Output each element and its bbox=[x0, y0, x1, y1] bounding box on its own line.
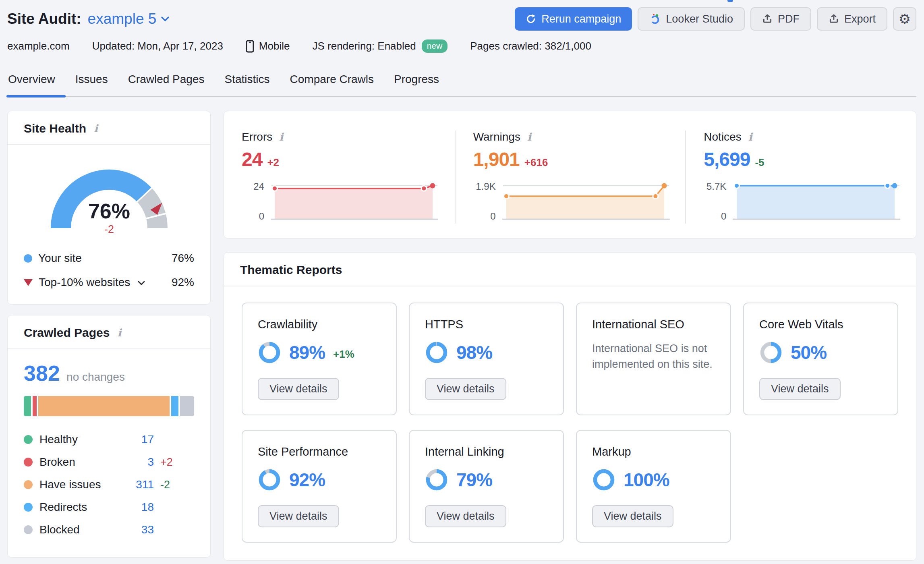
tab-compare-crawls[interactable]: Compare Crawls bbox=[289, 73, 375, 96]
refresh-icon bbox=[526, 14, 536, 24]
bar-segment-redirects bbox=[171, 396, 179, 416]
have-issues-count[interactable]: 311 bbox=[114, 478, 154, 491]
notices-delta: -5 bbox=[755, 156, 764, 169]
thematic-card-https: HTTPS 98% View details bbox=[409, 303, 564, 415]
top10-value: 92% bbox=[172, 276, 194, 289]
core-web-vitals-donut bbox=[759, 341, 783, 364]
thematic-card-crawlability: Crawlability 89% +1% View details bbox=[242, 303, 397, 415]
upload-icon bbox=[829, 14, 839, 24]
info-icon[interactable]: i bbox=[116, 328, 123, 338]
issue-counters-card: Errorsi 24 +2 240 Warningsi 1,901 +616 bbox=[224, 111, 916, 238]
https-donut bbox=[425, 341, 448, 364]
warnings-counter: Warningsi 1,901 +616 1.9K0 bbox=[455, 131, 686, 224]
new-badge: new bbox=[422, 39, 448, 53]
settings-button[interactable]: ⚙ bbox=[893, 7, 916, 31]
crawled-pages-legend: Healthy 17 Broken 3 +2 Have issue bbox=[24, 428, 194, 541]
device-label: Mobile bbox=[246, 40, 290, 53]
international-seo-note: International SEO is not implemented on … bbox=[592, 341, 715, 372]
core-web-vitals-percent: 50% bbox=[791, 342, 827, 363]
project-selector[interactable]: example 5 bbox=[88, 10, 170, 27]
blocked-count[interactable]: 33 bbox=[114, 523, 154, 536]
view-details-button[interactable]: View details bbox=[759, 378, 841, 400]
tab-statistics[interactable]: Statistics bbox=[224, 73, 271, 96]
report-tabs: Overview Issues Crawled Pages Statistics… bbox=[7, 73, 916, 97]
crawled-pages-title: Crawled Pages bbox=[24, 326, 110, 340]
view-details-button[interactable]: View details bbox=[258, 378, 339, 400]
redirects-count[interactable]: 18 bbox=[114, 501, 154, 514]
warnings-sparkline bbox=[501, 181, 671, 224]
export-button[interactable]: Export bbox=[817, 7, 887, 31]
site-performance-percent: 92% bbox=[289, 469, 325, 491]
crawlability-delta: +1% bbox=[333, 348, 354, 361]
thematic-card-markup: Markup 100% View details bbox=[576, 430, 731, 543]
tab-crawled-pages[interactable]: Crawled Pages bbox=[127, 73, 205, 96]
view-details-button[interactable]: View details bbox=[258, 505, 339, 527]
legend-row-top10: Top-10% websites 92% bbox=[24, 276, 194, 289]
redirects-dot-icon bbox=[24, 503, 33, 512]
healthy-dot-icon bbox=[24, 435, 33, 444]
healthy-count[interactable]: 17 bbox=[114, 433, 154, 446]
errors-value[interactable]: 24 bbox=[242, 148, 262, 170]
broken-count[interactable]: 3 bbox=[114, 456, 154, 469]
bar-segment-have-issues bbox=[38, 396, 170, 416]
notices-counter: Noticesi 5,699 -5 5.7K0 bbox=[685, 131, 916, 224]
thematic-reports-title: Thematic Reports bbox=[240, 263, 342, 277]
legend-row-blocked: Blocked 33 bbox=[24, 518, 194, 541]
your-site-value: 76% bbox=[172, 252, 194, 265]
have-issues-dot-icon bbox=[24, 480, 33, 489]
project-name: example 5 bbox=[88, 10, 157, 27]
thematic-card-core-web-vitals: Core Web Vitals 50% View details bbox=[743, 303, 898, 415]
page-title: Site Audit: bbox=[7, 10, 81, 27]
site-health-gauge: 76%-2 bbox=[24, 157, 194, 240]
svg-text:76%: 76% bbox=[88, 199, 130, 223]
svg-text:-2: -2 bbox=[104, 223, 114, 235]
crawled-pages-total[interactable]: 382 bbox=[24, 361, 60, 386]
tab-overview[interactable]: Overview bbox=[7, 73, 56, 96]
bar-segment-blocked bbox=[180, 396, 194, 416]
legend-row-have-issues: Have issues 311 -2 bbox=[24, 473, 194, 496]
markup-percent: 100% bbox=[624, 469, 669, 491]
crawlability-percent: 89% bbox=[289, 342, 325, 363]
errors-counter: Errorsi 24 +2 240 bbox=[224, 131, 455, 224]
site-audit-page: Site Audit: example 5 Rerun campaign Loo… bbox=[0, 0, 924, 561]
notices-sparkline bbox=[732, 181, 901, 224]
site-health-title: Site Health bbox=[24, 122, 86, 135]
thematic-card-internal-linking: Internal Linking 79% View details bbox=[409, 430, 564, 543]
errors-delta: +2 bbox=[267, 156, 279, 169]
page-header: Site Audit: example 5 Rerun campaign Loo… bbox=[7, 0, 916, 31]
notices-value[interactable]: 5,699 bbox=[704, 148, 750, 170]
crawled-pages-change: no changes bbox=[66, 371, 125, 384]
have-issues-delta: -2 bbox=[160, 479, 194, 491]
tab-progress[interactable]: Progress bbox=[393, 73, 440, 96]
markup-donut bbox=[592, 468, 615, 491]
thematic-card-international-seo: International SEO International SEO is n… bbox=[576, 303, 731, 415]
thematic-reports-card: Thematic Reports Crawlability 89% +1% Vi… bbox=[224, 252, 916, 561]
site-health-card: Site Health i 76%-2 Your site 76% Top-10 bbox=[7, 111, 211, 305]
internal-linking-percent: 79% bbox=[456, 469, 492, 491]
legend-row-healthy: Healthy 17 bbox=[24, 428, 194, 451]
info-icon[interactable]: i bbox=[92, 123, 99, 134]
red-triangle-icon bbox=[24, 279, 33, 286]
looker-studio-button[interactable]: Looker Studio bbox=[638, 7, 745, 31]
chevron-down-icon bbox=[161, 17, 169, 22]
https-percent: 98% bbox=[456, 342, 492, 363]
tab-issues[interactable]: Issues bbox=[75, 73, 109, 96]
view-details-button[interactable]: View details bbox=[592, 505, 673, 527]
view-details-button[interactable]: View details bbox=[425, 505, 506, 527]
errors-sparkline bbox=[270, 181, 440, 224]
crawled-pages-card: Crawled Pages i 382 no changes Healthy 1… bbox=[7, 315, 211, 558]
info-icon[interactable]: i bbox=[747, 132, 754, 142]
campaign-meta: example.com Updated: Mon, Apr 17, 2023 M… bbox=[7, 39, 916, 53]
view-details-button[interactable]: View details bbox=[425, 378, 506, 400]
info-icon[interactable]: i bbox=[526, 132, 533, 142]
gear-icon: ⚙ bbox=[899, 11, 911, 27]
blue-dot-icon bbox=[24, 254, 32, 263]
info-icon[interactable]: i bbox=[278, 132, 285, 142]
pdf-button[interactable]: PDF bbox=[750, 7, 811, 31]
legend-row-redirects: Redirects 18 bbox=[24, 496, 194, 518]
chevron-down-icon[interactable] bbox=[138, 281, 145, 286]
rerun-campaign-button[interactable]: Rerun campaign bbox=[515, 7, 632, 31]
looker-studio-icon bbox=[649, 13, 661, 25]
warnings-value[interactable]: 1,901 bbox=[473, 148, 520, 170]
legend-row-your-site: Your site 76% bbox=[24, 252, 194, 265]
